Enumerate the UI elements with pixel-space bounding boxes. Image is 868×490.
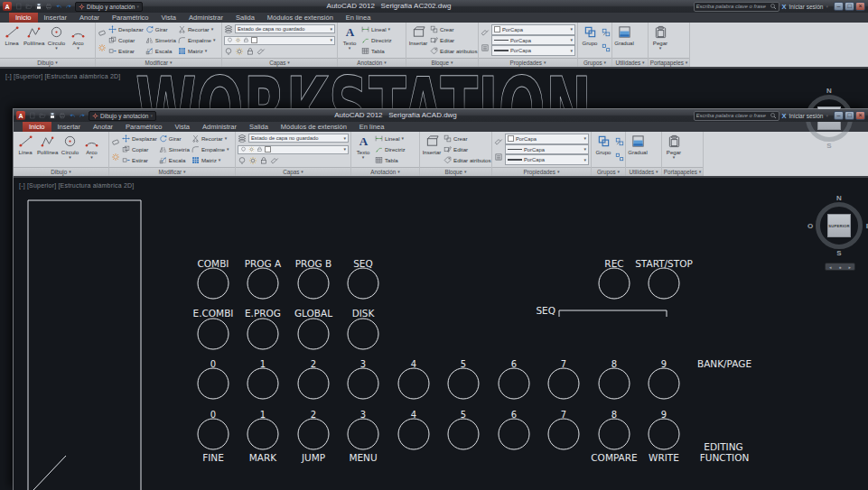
button-polil-nea[interactable]: Polilínea [37,133,58,166]
layer-tool-sun[interactable] [248,156,257,165]
redo-button[interactable] [64,3,72,11]
button-simetr-a[interactable]: Simetría [145,35,176,45]
button-gradual[interactable]: Gradual [614,23,634,57]
button-editar-atributos[interactable]: Editar atributos▾ [443,155,492,165]
panel-title-utilidades[interactable]: Utilidades▾ [626,167,661,176]
button-gradual[interactable]: Gradual [628,133,648,166]
tool-matchprops[interactable] [494,137,503,146]
tab-insertar[interactable]: Insertar [38,13,73,23]
layer-state-dropdown[interactable]: Estado de capa no guardado▾ [235,24,335,33]
tab-salida[interactable]: Salida [229,13,261,23]
layer-tool-bulbgray[interactable] [224,47,233,56]
tool-groupedit[interactable] [602,28,611,37]
panel-title-grupos[interactable]: Grupos▾ [592,167,625,176]
button-empalme[interactable]: Empalme▾ [178,35,216,45]
button-desplazar[interactable]: Desplazar [122,134,157,143]
button-editar[interactable]: Editar [430,35,479,45]
button-grupo[interactable]: Grupo [593,133,613,166]
tab-param-trico[interactable]: Paramétrico [119,122,168,132]
exchange-apps-icon[interactable]: X [782,3,787,11]
button-c-rculo[interactable]: Círculo▾ [46,23,66,57]
layer-tool-bulbgray[interactable] [238,156,247,165]
layer-state-dropdown[interactable]: Estado de capa no guardado▾ [248,134,349,143]
panel-title-dibujo[interactable]: Dibujo▾ [14,167,108,176]
tool-ungroup[interactable] [602,43,611,52]
panel-title-modificar[interactable]: Modificar▾ [96,58,221,67]
layer-properties-button[interactable] [224,24,233,33]
button-matriz[interactable]: Matriz▾ [178,46,216,56]
tab-inicio[interactable]: Inicio [9,13,38,23]
redo-button[interactable] [78,112,86,120]
drawing-area-model[interactable]: [-] [Superior] [Estructura alámbrica 2D]… [14,178,868,490]
tab-vista[interactable]: Vista [169,122,197,132]
button-texto[interactable]: ATexto▾ [340,23,359,57]
panel-title-utilidades[interactable]: Utilidades▾ [612,58,648,67]
layer-tool-lock[interactable] [246,47,255,56]
button-polil-nea[interactable]: Polilínea [23,23,44,57]
tool-erase[interactable] [111,137,120,146]
viewcube-west[interactable]: O [807,222,813,230]
button-c-rculo[interactable]: Círculo▾ [60,133,79,166]
tab-vista[interactable]: Vista [155,13,183,23]
tool-erase[interactable] [98,28,107,37]
minimize-button[interactable]: – [834,111,844,120]
button-l-nea[interactable]: Línea [2,23,22,57]
button-copiar[interactable]: Copiar [108,35,144,45]
layer-tool-matchprops[interactable] [270,156,279,165]
linetype-dropdown[interactable]: PorCapa▾ [491,35,575,46]
button-grupo[interactable]: Grupo [580,23,600,57]
panel-title-grupos[interactable]: Grupos▾ [578,58,611,67]
object-color-dropdown[interactable]: PorCapa▾ [505,134,589,144]
button-tabla[interactable]: Tabla [375,155,406,165]
restore-button[interactable]: □ [845,2,854,11]
button-estirar[interactable]: Estirar [108,46,144,56]
button-insertar[interactable]: Insertar [408,23,428,57]
button-escala[interactable]: Escala [145,46,176,56]
tab-m-dulos-de-extensi-n[interactable]: Módulos de extensión [261,13,340,23]
button-pegar[interactable]: Pegar▾ [664,133,684,166]
button-desplazar[interactable]: Desplazar [108,24,144,34]
button-recortar[interactable]: Recortar▾ [191,134,229,143]
tab-anotar[interactable]: Anotar [87,122,119,132]
layer-select-dropdown[interactable]: ▾ [224,36,335,45]
layer-tool-matchprops[interactable] [257,47,266,56]
viewcube-north[interactable]: N [836,194,842,202]
tab-administrar[interactable]: Administrar [196,122,243,132]
sign-in[interactable]: Iniciar sesión [789,4,824,10]
tool-proplist[interactable] [481,43,490,52]
panel-title-anotaci-n[interactable]: Anotación▾ [338,58,406,67]
save-button[interactable] [48,112,56,120]
button-matriz[interactable]: Matriz▾ [191,155,229,165]
panel-title-modificar[interactable]: Modificar▾ [109,167,235,176]
save-button[interactable] [34,3,42,11]
panel-title-propiedades[interactable]: Propiedades▾ [479,58,577,67]
button-crear[interactable]: Crear [443,134,492,143]
button-simetr-a[interactable]: Simetría [159,144,190,154]
workspace-dropdown[interactable]: Dibujo y anotación ▾ [89,111,156,121]
restore-button[interactable]: □ [845,111,854,120]
viewcube-top-face[interactable]: SUPERIOR [827,214,851,237]
tab-insertar[interactable]: Insertar [51,122,87,132]
button-editar[interactable]: Editar [443,144,492,154]
object-color-dropdown[interactable]: PorCapa▾ [491,24,575,35]
button-crear[interactable]: Crear [430,24,479,34]
open-file-button[interactable] [38,112,46,120]
panel-title-bloque[interactable]: Bloque▾ [406,58,478,67]
button-girar[interactable]: Girar [145,24,176,34]
close-button[interactable]: × [855,2,865,11]
plot-button[interactable] [58,112,66,120]
close-button[interactable]: × [855,111,865,120]
button-arco[interactable]: Arco▾ [81,133,101,166]
button-lineal[interactable]: Lineal▾ [361,24,392,34]
search-icon[interactable] [770,112,777,119]
tab-anotar[interactable]: Anotar [73,13,106,23]
viewport-controls[interactable]: [-] [Superior] [Estructura alámbrica 2D] [5,73,120,79]
panel-title-dibujo[interactable]: Dibujo▾ [0,58,95,67]
button-insertar[interactable]: Insertar [422,133,442,166]
tab-param-trico[interactable]: Paramétrico [106,13,154,23]
layer-properties-button[interactable] [238,134,247,143]
viewcube-south[interactable]: S [836,249,841,257]
tool-groupedit[interactable] [615,137,624,146]
tool-explode[interactable] [111,153,120,162]
tab-inicio[interactable]: Inicio [23,122,51,132]
